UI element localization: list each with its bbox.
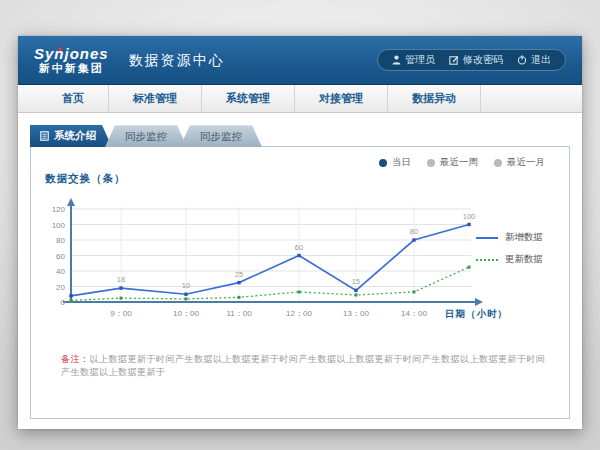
radio-label: 当日 [392,156,411,169]
radio-label: 最近一周 [440,156,478,169]
svg-text:14：00: 14：00 [401,309,427,318]
radio-label: 最近一月 [507,156,545,169]
legend-line-dotted-icon [476,259,498,261]
footer-note-text: 以上数据更新于时间产生数据以上数据更新于时间产生数据以上数据更新于时间产生数据以… [61,354,546,377]
legend-label: 新增数据 [505,231,543,244]
svg-text:9：00: 9：00 [110,309,132,318]
user-toolbar: 管理员 修改密码 退出 [377,49,566,71]
radio-unselected-icon [494,159,502,167]
main-nav: 首页 标准管理 系统管理 对接管理 数据异动 [18,85,582,113]
nav-item-integration[interactable]: 对接管理 [295,85,388,112]
tab-sync-monitor-1[interactable]: 同步监控 [105,125,187,147]
tab-label: 系统介绍 [54,129,96,143]
user-label: 管理员 [405,53,435,67]
chart-legend: 新增数据 更新数据 [476,231,543,266]
change-password-button[interactable]: 修改密码 [449,53,503,67]
logo-text-cn: 新中新集团 [34,62,109,74]
svg-text:80: 80 [410,227,418,236]
svg-text:12：00: 12：00 [286,309,312,318]
tab-bar: 系统介绍 同步监控 同步监控 [30,125,262,147]
tab-system-intro[interactable]: 系统介绍 [30,125,112,147]
y-axis-title: 数据交换（条） [45,172,126,186]
footer-note: 备注：以上数据更新于时间产生数据以上数据更新于时间产生数据以上数据更新于时间产生… [61,353,549,379]
tab-label: 同步监控 [125,130,167,144]
svg-text:18: 18 [117,275,125,284]
svg-text:80: 80 [56,236,65,245]
logout-label: 退出 [531,53,551,67]
radio-last-month[interactable]: 最近一月 [494,156,545,169]
nav-item-data-change[interactable]: 数据异动 [388,85,481,112]
footer-note-prefix: 备注： [61,354,90,364]
chart-gridlines [71,207,471,302]
svg-text:15: 15 [352,277,360,286]
svg-text:20: 20 [56,283,65,292]
svg-text:100: 100 [463,212,476,221]
logout-button[interactable]: 退出 [517,53,551,67]
app-window: Synjones 新中新集团 数据资源中心 管理员 修改密 [18,36,582,429]
company-logo: Synjones 新中新集团 [34,46,109,75]
legend-item-update-data[interactable]: 更新数据 [476,253,543,266]
user-icon [392,55,401,65]
chart-axes [63,198,483,306]
radio-selected-icon [379,159,387,167]
desktop-background: Synjones 新中新集团 数据资源中心 管理员 修改密 [0,0,600,450]
x-axis-title: 日期（小时） [445,308,508,320]
range-filter-group: 当日 最近一周 最近一月 [379,156,545,169]
chart-panel: 当日 最近一周 最近一月 数据交换（条） 0204060801001209：00… [30,146,570,419]
legend-item-new-data[interactable]: 新增数据 [476,231,543,244]
radio-last-week[interactable]: 最近一周 [427,156,478,169]
tab-sync-monitor-2[interactable]: 同步监控 [180,125,262,147]
svg-text:13：00: 13：00 [343,309,369,318]
document-icon [40,131,49,141]
svg-text:60: 60 [56,252,65,261]
tab-label: 同步监控 [200,130,242,144]
svg-text:10：00: 10：00 [173,309,199,318]
logo-text-en: Synjones [34,46,109,63]
legend-label: 更新数据 [505,253,543,266]
power-icon [517,55,527,65]
svg-text:100: 100 [52,221,66,230]
nav-item-home[interactable]: 首页 [38,85,109,112]
svg-text:0: 0 [61,298,66,307]
svg-text:25: 25 [235,270,243,279]
svg-text:日期（小时）: 日期（小时） [445,308,508,320]
x-axis-tick-labels: 9：0010：0011：0012：0013：0014：00 [110,309,427,318]
svg-text:10: 10 [182,281,190,290]
change-password-label: 修改密码 [463,53,503,67]
nav-item-system[interactable]: 系统管理 [202,85,295,112]
svg-text:120: 120 [52,205,66,214]
user-menu-button[interactable]: 管理员 [392,53,435,67]
app-header: Synjones 新中新集团 数据资源中心 管理员 修改密 [18,36,582,85]
page-title: 数据资源中心 [129,50,225,70]
legend-line-solid-icon [476,237,498,239]
svg-text:40: 40 [56,267,65,276]
svg-text:60: 60 [295,243,303,252]
content-area: 系统介绍 同步监控 同步监控 当日 最近一周 [18,113,582,428]
radio-today[interactable]: 当日 [379,156,411,169]
nav-item-standards[interactable]: 标准管理 [109,85,202,112]
svg-text:11：00: 11：00 [226,309,252,318]
y-axis-tick-labels: 020406080100120 [52,205,66,307]
radio-unselected-icon [427,159,435,167]
edit-icon [449,55,459,65]
logo-accent-dot [58,47,62,51]
